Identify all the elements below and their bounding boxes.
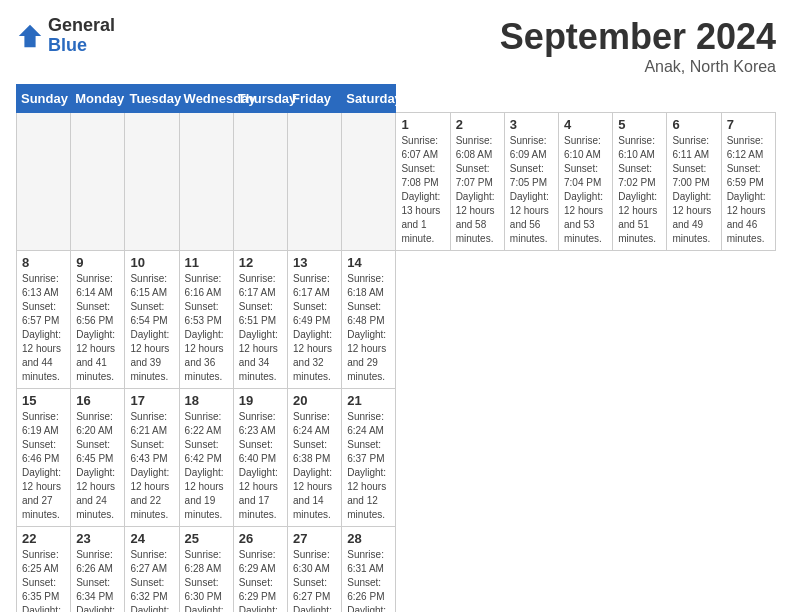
day-number: 21 xyxy=(347,393,390,408)
calendar-week-row: 1Sunrise: 6:07 AMSunset: 7:08 PMDaylight… xyxy=(17,113,776,251)
weekday-header-friday: Friday xyxy=(288,85,342,113)
calendar-cell: 20Sunrise: 6:24 AMSunset: 6:38 PMDayligh… xyxy=(288,389,342,527)
calendar-cell: 25Sunrise: 6:28 AMSunset: 6:30 PMDayligh… xyxy=(179,527,233,613)
calendar-cell: 27Sunrise: 6:30 AMSunset: 6:27 PMDayligh… xyxy=(288,527,342,613)
day-number: 23 xyxy=(76,531,119,546)
calendar-cell: 8Sunrise: 6:13 AMSunset: 6:57 PMDaylight… xyxy=(17,251,71,389)
day-info: Sunrise: 6:19 AMSunset: 6:46 PMDaylight:… xyxy=(22,410,65,522)
day-info: Sunrise: 6:18 AMSunset: 6:48 PMDaylight:… xyxy=(347,272,390,384)
day-number: 25 xyxy=(185,531,228,546)
day-info: Sunrise: 6:21 AMSunset: 6:43 PMDaylight:… xyxy=(130,410,173,522)
day-number: 20 xyxy=(293,393,336,408)
day-info: Sunrise: 6:30 AMSunset: 6:27 PMDaylight:… xyxy=(293,548,336,612)
day-number: 17 xyxy=(130,393,173,408)
day-info: Sunrise: 6:11 AMSunset: 7:00 PMDaylight:… xyxy=(672,134,715,246)
calendar-cell: 16Sunrise: 6:20 AMSunset: 6:45 PMDayligh… xyxy=(71,389,125,527)
calendar-cell xyxy=(179,113,233,251)
svg-marker-0 xyxy=(19,25,41,47)
day-number: 1 xyxy=(401,117,444,132)
logo-text: General Blue xyxy=(48,16,115,56)
day-info: Sunrise: 6:12 AMSunset: 6:59 PMDaylight:… xyxy=(727,134,770,246)
day-number: 26 xyxy=(239,531,282,546)
calendar-cell xyxy=(17,113,71,251)
calendar-table: SundayMondayTuesdayWednesdayThursdayFrid… xyxy=(16,84,776,612)
weekday-header-row: SundayMondayTuesdayWednesdayThursdayFrid… xyxy=(17,85,776,113)
calendar-cell xyxy=(71,113,125,251)
title-block: September 2024 Anak, North Korea xyxy=(500,16,776,76)
calendar-cell: 26Sunrise: 6:29 AMSunset: 6:29 PMDayligh… xyxy=(233,527,287,613)
calendar-week-row: 15Sunrise: 6:19 AMSunset: 6:46 PMDayligh… xyxy=(17,389,776,527)
day-number: 2 xyxy=(456,117,499,132)
day-info: Sunrise: 6:25 AMSunset: 6:35 PMDaylight:… xyxy=(22,548,65,612)
calendar-cell: 4Sunrise: 6:10 AMSunset: 7:04 PMDaylight… xyxy=(559,113,613,251)
day-number: 4 xyxy=(564,117,607,132)
weekday-header-thursday: Thursday xyxy=(233,85,287,113)
calendar-cell: 15Sunrise: 6:19 AMSunset: 6:46 PMDayligh… xyxy=(17,389,71,527)
calendar-cell: 6Sunrise: 6:11 AMSunset: 7:00 PMDaylight… xyxy=(667,113,721,251)
logo-general: General xyxy=(48,16,115,36)
month-title: September 2024 xyxy=(500,16,776,58)
day-info: Sunrise: 6:14 AMSunset: 6:56 PMDaylight:… xyxy=(76,272,119,384)
day-info: Sunrise: 6:16 AMSunset: 6:53 PMDaylight:… xyxy=(185,272,228,384)
calendar-week-row: 8Sunrise: 6:13 AMSunset: 6:57 PMDaylight… xyxy=(17,251,776,389)
weekday-header-wednesday: Wednesday xyxy=(179,85,233,113)
weekday-header-tuesday: Tuesday xyxy=(125,85,179,113)
day-info: Sunrise: 6:31 AMSunset: 6:26 PMDaylight:… xyxy=(347,548,390,612)
day-info: Sunrise: 6:09 AMSunset: 7:05 PMDaylight:… xyxy=(510,134,553,246)
day-number: 28 xyxy=(347,531,390,546)
calendar-cell: 18Sunrise: 6:22 AMSunset: 6:42 PMDayligh… xyxy=(179,389,233,527)
day-info: Sunrise: 6:24 AMSunset: 6:38 PMDaylight:… xyxy=(293,410,336,522)
day-info: Sunrise: 6:13 AMSunset: 6:57 PMDaylight:… xyxy=(22,272,65,384)
day-number: 13 xyxy=(293,255,336,270)
calendar-cell: 23Sunrise: 6:26 AMSunset: 6:34 PMDayligh… xyxy=(71,527,125,613)
day-number: 27 xyxy=(293,531,336,546)
logo-blue: Blue xyxy=(48,36,115,56)
weekday-header-sunday: Sunday xyxy=(17,85,71,113)
day-number: 19 xyxy=(239,393,282,408)
day-info: Sunrise: 6:23 AMSunset: 6:40 PMDaylight:… xyxy=(239,410,282,522)
logo-icon xyxy=(16,22,44,50)
weekday-header-monday: Monday xyxy=(71,85,125,113)
day-number: 24 xyxy=(130,531,173,546)
day-number: 22 xyxy=(22,531,65,546)
calendar-cell: 9Sunrise: 6:14 AMSunset: 6:56 PMDaylight… xyxy=(71,251,125,389)
calendar-cell: 14Sunrise: 6:18 AMSunset: 6:48 PMDayligh… xyxy=(342,251,396,389)
day-number: 16 xyxy=(76,393,119,408)
page-header: General Blue September 2024 Anak, North … xyxy=(16,16,776,76)
day-info: Sunrise: 6:08 AMSunset: 7:07 PMDaylight:… xyxy=(456,134,499,246)
calendar-cell xyxy=(342,113,396,251)
day-info: Sunrise: 6:17 AMSunset: 6:51 PMDaylight:… xyxy=(239,272,282,384)
calendar-cell: 28Sunrise: 6:31 AMSunset: 6:26 PMDayligh… xyxy=(342,527,396,613)
day-number: 9 xyxy=(76,255,119,270)
day-info: Sunrise: 6:20 AMSunset: 6:45 PMDaylight:… xyxy=(76,410,119,522)
day-number: 8 xyxy=(22,255,65,270)
calendar-week-row: 22Sunrise: 6:25 AMSunset: 6:35 PMDayligh… xyxy=(17,527,776,613)
calendar-cell: 3Sunrise: 6:09 AMSunset: 7:05 PMDaylight… xyxy=(504,113,558,251)
day-number: 10 xyxy=(130,255,173,270)
day-number: 6 xyxy=(672,117,715,132)
day-number: 15 xyxy=(22,393,65,408)
logo: General Blue xyxy=(16,16,115,56)
day-info: Sunrise: 6:15 AMSunset: 6:54 PMDaylight:… xyxy=(130,272,173,384)
calendar-cell xyxy=(125,113,179,251)
calendar-cell xyxy=(233,113,287,251)
calendar-cell: 21Sunrise: 6:24 AMSunset: 6:37 PMDayligh… xyxy=(342,389,396,527)
day-info: Sunrise: 6:07 AMSunset: 7:08 PMDaylight:… xyxy=(401,134,444,246)
day-number: 12 xyxy=(239,255,282,270)
day-info: Sunrise: 6:24 AMSunset: 6:37 PMDaylight:… xyxy=(347,410,390,522)
calendar-cell xyxy=(288,113,342,251)
calendar-cell: 11Sunrise: 6:16 AMSunset: 6:53 PMDayligh… xyxy=(179,251,233,389)
day-number: 11 xyxy=(185,255,228,270)
day-number: 3 xyxy=(510,117,553,132)
day-number: 5 xyxy=(618,117,661,132)
calendar-cell: 10Sunrise: 6:15 AMSunset: 6:54 PMDayligh… xyxy=(125,251,179,389)
weekday-header-saturday: Saturday xyxy=(342,85,396,113)
calendar-cell: 1Sunrise: 6:07 AMSunset: 7:08 PMDaylight… xyxy=(396,113,450,251)
day-info: Sunrise: 6:17 AMSunset: 6:49 PMDaylight:… xyxy=(293,272,336,384)
day-info: Sunrise: 6:22 AMSunset: 6:42 PMDaylight:… xyxy=(185,410,228,522)
calendar-cell: 5Sunrise: 6:10 AMSunset: 7:02 PMDaylight… xyxy=(613,113,667,251)
day-info: Sunrise: 6:28 AMSunset: 6:30 PMDaylight:… xyxy=(185,548,228,612)
calendar-cell: 2Sunrise: 6:08 AMSunset: 7:07 PMDaylight… xyxy=(450,113,504,251)
calendar-cell: 12Sunrise: 6:17 AMSunset: 6:51 PMDayligh… xyxy=(233,251,287,389)
calendar-cell: 13Sunrise: 6:17 AMSunset: 6:49 PMDayligh… xyxy=(288,251,342,389)
